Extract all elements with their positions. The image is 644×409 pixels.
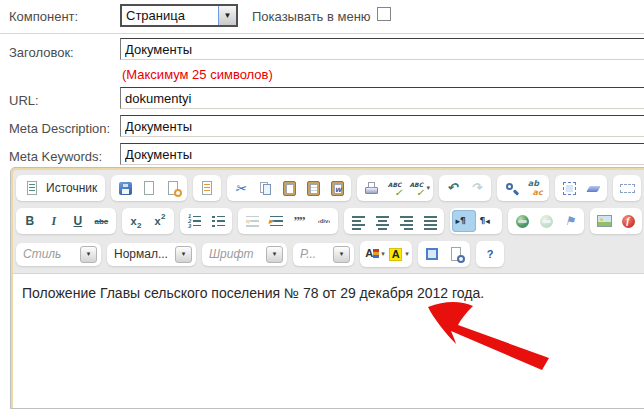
- strike-icon: [94, 213, 111, 230]
- component-label: Компонент:: [9, 9, 78, 24]
- preview-button[interactable]: [161, 177, 185, 199]
- select-dropdown-arrow-icon[interactable]: ▼: [218, 6, 236, 25]
- source-button[interactable]: Источник: [18, 177, 103, 199]
- spell-check-icon: [387, 180, 404, 197]
- bidi-rtl-icon: [480, 213, 497, 230]
- find-button[interactable]: [499, 177, 523, 199]
- bg-color-caret-icon[interactable]: ▾: [405, 250, 409, 258]
- undo-button[interactable]: [441, 177, 465, 199]
- anchor-button[interactable]: [558, 210, 582, 232]
- select-all-button[interactable]: [557, 177, 581, 199]
- align-center-icon: [374, 213, 391, 230]
- indent-icon: [268, 213, 285, 230]
- blockquote-icon: [292, 213, 309, 230]
- url-input[interactable]: [120, 87, 644, 109]
- link-icon: [514, 213, 531, 230]
- image-button[interactable]: [592, 210, 616, 232]
- editor-content-area[interactable]: Положение Главы сельского поселения № 78…: [13, 273, 644, 408]
- align-center-button[interactable]: [370, 210, 394, 232]
- text-color-button[interactable]: ▾: [362, 243, 386, 265]
- bidi-rtl-button[interactable]: [476, 210, 500, 232]
- source-button-label: Источник: [46, 181, 97, 195]
- font-combo-arrow-icon: ▾: [266, 246, 283, 263]
- form-button[interactable]: [615, 177, 639, 199]
- paste-button[interactable]: [277, 177, 301, 199]
- scayt-button[interactable]: ▾: [407, 177, 431, 199]
- toolbar-row: Источник▾: [16, 174, 644, 202]
- redo-button: [465, 177, 489, 199]
- bidi-ltr-icon: [456, 213, 473, 230]
- bold-button[interactable]: [18, 210, 42, 232]
- format-combo[interactable]: Нормал...▾: [109, 245, 194, 264]
- show-blocks-button[interactable]: [444, 243, 468, 265]
- maximize-button[interactable]: [420, 243, 444, 265]
- new-page-button[interactable]: [137, 177, 161, 199]
- strike-button[interactable]: [90, 210, 114, 232]
- cut-button[interactable]: [229, 177, 253, 199]
- numbered-list-button[interactable]: [182, 210, 206, 232]
- remove-format-button[interactable]: [581, 177, 605, 199]
- toolbar-group: [122, 208, 174, 234]
- format-combo-arrow-icon[interactable]: ▾: [175, 246, 192, 263]
- link-button[interactable]: [510, 210, 534, 232]
- remove-format-icon: [585, 180, 602, 197]
- subscript-button[interactable]: [124, 210, 148, 232]
- toolbar-group: [450, 208, 502, 234]
- find-icon: [503, 180, 520, 197]
- outdent-button: [240, 210, 264, 232]
- blockquote-button[interactable]: [288, 210, 312, 232]
- toolbar-group: ▾▾: [360, 241, 412, 267]
- toolbar-group: Шрифт▾: [202, 243, 287, 266]
- toolbar-group: [590, 208, 642, 234]
- show-in-menu-checkbox[interactable]: [377, 7, 391, 21]
- bulleted-list-button[interactable]: [206, 210, 230, 232]
- paste-word-button[interactable]: [325, 177, 349, 199]
- copy-button[interactable]: [253, 177, 277, 199]
- preview-icon: [165, 180, 182, 197]
- replace-button[interactable]: [523, 177, 547, 199]
- templates-button[interactable]: [195, 177, 219, 199]
- title-label: Заголовок:: [9, 45, 74, 60]
- title-input[interactable]: [120, 38, 644, 60]
- title-max-length-hint: (Максимум 25 символов): [122, 67, 273, 82]
- underline-button[interactable]: [66, 210, 90, 232]
- toolbar-row: Стиль▾Нормал...▾Шрифт▾Р...▾▾▾: [16, 240, 644, 268]
- italic-button[interactable]: [42, 210, 66, 232]
- align-right-button[interactable]: [394, 210, 418, 232]
- bold-icon: [22, 213, 39, 230]
- toolbar-group: Р...▾: [293, 243, 354, 266]
- form-icon: [619, 180, 636, 197]
- outdent-icon: [244, 213, 261, 230]
- bidi-ltr-button[interactable]: [452, 210, 476, 232]
- text-color-caret-icon[interactable]: ▾: [381, 250, 385, 258]
- new-page-icon: [141, 180, 158, 197]
- align-justify-button[interactable]: [418, 210, 442, 232]
- image-icon: [596, 213, 613, 230]
- align-justify-icon: [422, 213, 439, 230]
- meta-keywords-input[interactable]: [120, 143, 644, 165]
- toolbar-group: [613, 175, 641, 201]
- toolbar-group: Нормал...▾: [107, 243, 196, 266]
- flash-button[interactable]: [616, 210, 640, 232]
- templates-icon: [199, 180, 216, 197]
- bg-color-button[interactable]: ▾: [386, 243, 410, 265]
- align-left-icon: [350, 213, 367, 230]
- save-button[interactable]: [113, 177, 137, 199]
- toolbar-group: [111, 175, 187, 201]
- spell-check-button[interactable]: [383, 177, 407, 199]
- component-select[interactable]: Страница ▼: [120, 4, 238, 27]
- maximize-icon: [424, 246, 441, 263]
- about-button[interactable]: [478, 243, 502, 265]
- print-button[interactable]: [359, 177, 383, 199]
- indent-button[interactable]: [264, 210, 288, 232]
- toolbar-group: ▾: [357, 175, 433, 201]
- toolbar-group: [418, 241, 470, 267]
- scayt-caret-icon[interactable]: ▾: [426, 184, 430, 192]
- meta-description-input[interactable]: [120, 115, 644, 137]
- toolbar-row: [16, 207, 644, 235]
- superscript-button[interactable]: [148, 210, 172, 232]
- size-combo-label: Р...: [297, 247, 329, 261]
- div-container-button[interactable]: [312, 210, 336, 232]
- align-left-button[interactable]: [346, 210, 370, 232]
- paste-text-button[interactable]: [301, 177, 325, 199]
